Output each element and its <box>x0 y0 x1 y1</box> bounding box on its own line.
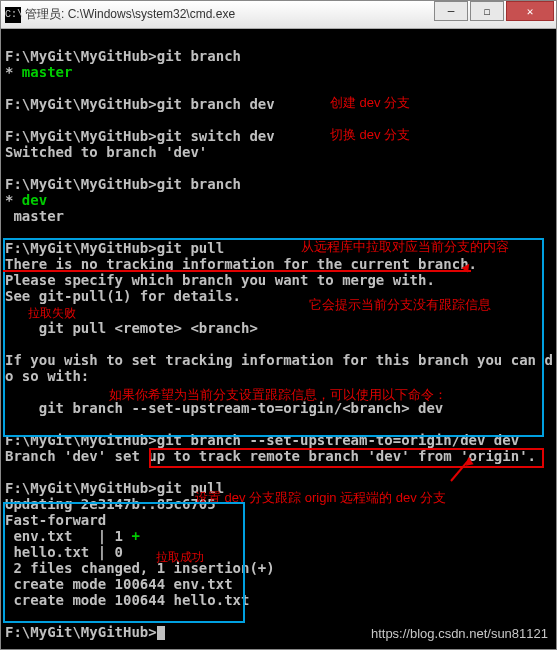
create1: create mode 100644 env.txt <box>5 576 552 592</box>
empty-line <box>5 80 552 96</box>
diff-file1: env.txt | 1 <box>5 528 131 544</box>
switched-msg: Switched to branch 'dev' <box>5 144 552 160</box>
changed: 2 files changed, 1 insertion(+) <box>5 560 552 576</box>
prompt: F:\MyGit\MyGitHub> <box>5 96 157 112</box>
empty-line <box>5 160 552 176</box>
arrow-icon <box>464 456 473 465</box>
prompt: F:\MyGit\MyGitHub> <box>5 128 157 144</box>
empty-line <box>5 112 552 128</box>
prompt: F:\MyGit\MyGitHub> <box>5 48 157 64</box>
diff-plus: + <box>131 528 139 544</box>
empty-line <box>5 32 552 48</box>
titlebar: C:\ 管理员: C:\Windows\system32\cmd.exe — ☐… <box>1 1 556 29</box>
prompt: F:\MyGit\MyGitHub> <box>5 240 157 256</box>
cursor-icon <box>157 626 165 640</box>
cmd-icon: C:\ <box>5 7 21 23</box>
prompt: F:\MyGit\MyGitHub> <box>5 624 157 640</box>
prompt: F:\MyGit\MyGitHub> <box>5 432 157 448</box>
empty-line <box>5 416 552 432</box>
cmd-git-branch-dev: git branch dev <box>157 96 275 112</box>
branch-master-plain: master <box>5 208 552 224</box>
branch-dev: dev <box>22 192 47 208</box>
empty-line <box>5 608 552 624</box>
pull-usage: git pull <remote> <branch> <box>5 320 552 336</box>
anno-set-dev-track: 设置 dev 分支跟踪 origin 远程端的 dev 分支 <box>195 490 446 506</box>
anno-create-dev: 创建 dev 分支 <box>330 95 410 111</box>
anno-pull-fail: 拉取失败 <box>25 304 79 322</box>
anno-no-track-tip: 它会提示当前分支没有跟踪信息 <box>309 297 491 313</box>
branch-star: * <box>5 192 22 208</box>
cmd-git-pull: git pull <box>157 240 224 256</box>
create2: create mode 100644 hello.txt <box>5 592 552 608</box>
anno-pull-remote: 从远程库中拉取对应当前分支的内容 <box>301 239 509 255</box>
terminal-output[interactable]: F:\MyGit\MyGitHub>git branch * master F:… <box>1 29 556 649</box>
anno-pull-success: 拉取成功 <box>153 548 207 566</box>
cmd-git-switch-dev: git switch dev <box>157 128 275 144</box>
close-button[interactable]: ✕ <box>506 1 554 21</box>
empty-line <box>5 336 552 352</box>
fast-forward: Fast-forward <box>5 512 552 528</box>
cmd-git-branch: git branch <box>157 48 241 64</box>
window-title: 管理员: C:\Windows\system32\cmd.exe <box>25 6 434 23</box>
minimize-button[interactable]: — <box>434 1 468 21</box>
specify: Please specify which branch you want to … <box>5 272 552 288</box>
cmd-window: C:\ 管理员: C:\Windows\system32\cmd.exe — ☐… <box>0 0 557 650</box>
watermark: https://blog.csdn.net/sun81121 <box>371 626 548 641</box>
diff-file2: hello.txt | 0 <box>5 544 552 560</box>
empty-line <box>5 464 552 480</box>
empty-line <box>5 224 552 240</box>
cmd-set-upstream: git branch --set-upstream-to=origin/dev … <box>157 432 519 448</box>
cmd-git-branch: git branch <box>157 176 241 192</box>
underline-no-tracking <box>3 270 471 272</box>
if-wish: If you wish to set tracking information … <box>5 352 552 368</box>
prompt: F:\MyGit\MyGitHub> <box>5 480 157 496</box>
branch-master: master <box>22 64 73 80</box>
maximize-button[interactable]: ☐ <box>470 1 504 21</box>
anno-switch-dev: 切换 dev 分支 <box>330 127 410 143</box>
prompt: F:\MyGit\MyGitHub> <box>5 176 157 192</box>
o-so: o so with: <box>5 368 552 384</box>
branch-star: * <box>5 64 22 80</box>
window-buttons: — ☐ ✕ <box>434 1 556 28</box>
anno-set-track-tip: 如果你希望为当前分支设置跟踪信息，可以使用以下命令： <box>109 387 447 403</box>
